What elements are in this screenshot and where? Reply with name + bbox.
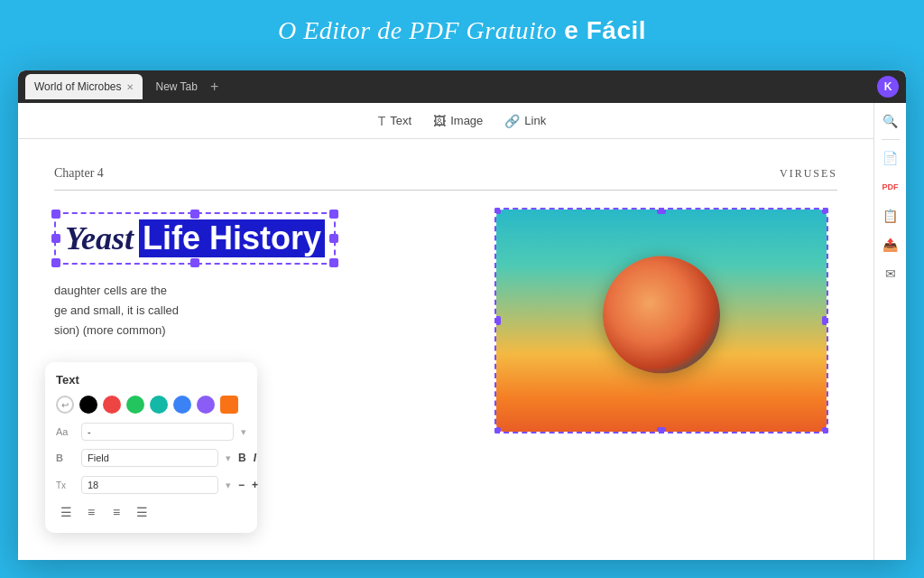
image-container[interactable]: [494, 208, 828, 434]
chapter-header: Chapter 4 VIRUSES: [54, 166, 837, 191]
document-icon-1[interactable]: 📄: [878, 145, 903, 171]
tab-bar: World of Microbes ✕ New Tab + K: [18, 70, 906, 103]
text-icon: T: [378, 114, 386, 128]
align-left-button[interactable]: ☰: [56, 502, 76, 522]
title-container[interactable]: Yeast Life History: [54, 212, 336, 265]
selection-box: Yeast Life History: [54, 212, 336, 265]
panel-title: Text: [56, 373, 246, 387]
link-icon: 🔗: [504, 114, 520, 128]
color-teal[interactable]: [150, 396, 168, 414]
color-link-icon[interactable]: ↩: [56, 396, 74, 414]
color-blue[interactable]: [173, 396, 191, 414]
tab-world-of-microbes[interactable]: World of Microbes ✕: [25, 74, 143, 99]
handle-br[interactable]: [329, 258, 338, 267]
image-icon: 🖼: [433, 114, 446, 128]
avatar-letter: K: [884, 80, 892, 93]
image-label: Image: [450, 114, 483, 127]
text-label: Text: [390, 114, 411, 127]
search-icon[interactable]: 🔍: [878, 108, 903, 134]
toolbar-link[interactable]: 🔗 Link: [504, 114, 546, 128]
text-format-panel: Text ↩ Aa ▾ B: [45, 362, 257, 533]
body-line-3: sion) (more common): [54, 321, 442, 340]
panel-divider: [882, 139, 900, 140]
body-line-2: ge and small, it is called: [54, 301, 442, 321]
color-row: ↩: [56, 396, 246, 414]
title-regular-part: e Fácil: [557, 16, 646, 44]
handle-tl[interactable]: [51, 210, 60, 219]
link-label: Link: [524, 114, 546, 127]
size-input[interactable]: [81, 476, 218, 494]
color-black[interactable]: [79, 396, 97, 414]
img-handle-tm[interactable]: [657, 208, 666, 214]
handle-mr[interactable]: [329, 234, 338, 243]
align-row: ☰ ≡ ≡ ☰: [56, 502, 246, 522]
color-orange[interactable]: [220, 396, 238, 414]
tab-label: World of Microbes: [34, 80, 121, 93]
handle-bl[interactable]: [51, 258, 60, 267]
size-decrease-button[interactable]: −: [238, 475, 245, 495]
chapter-label: Chapter 4: [54, 166, 104, 181]
img-handle-bm[interactable]: [657, 427, 666, 434]
img-handle-br[interactable]: [822, 427, 828, 434]
img-handle-bl[interactable]: [494, 427, 501, 434]
field-input[interactable]: [81, 449, 218, 467]
title-italic-part: O Editor de PDF Gratuito: [278, 16, 557, 44]
size-row: Tx ▾ − +: [56, 475, 246, 495]
title-highlight: Life History: [139, 219, 325, 257]
tab-close-icon[interactable]: ✕: [126, 82, 134, 92]
body-text: daughter cells are the ge and small, it …: [54, 281, 442, 340]
field-dropdown-icon: ▾: [226, 452, 231, 464]
toolbar-image[interactable]: 🖼 Image: [433, 114, 483, 128]
font-row: Aa ▾: [56, 423, 246, 441]
font-label: Aa: [56, 426, 74, 437]
right-panel: 🔍 📄 PDF 📋 📤 ✉: [873, 103, 906, 560]
editor-toolbar: T Text 🖼 Image 🔗 Link: [18, 103, 906, 139]
document-icon-2[interactable]: 📋: [878, 203, 903, 228]
handle-bm[interactable]: [190, 258, 199, 267]
page-title: O Editor de PDF Gratuito e Fácil: [0, 0, 924, 58]
align-justify-button[interactable]: ☰: [132, 502, 152, 522]
size-label: Tx: [56, 480, 74, 490]
content-area: Chapter 4 VIRUSES Yeast Life History: [18, 139, 873, 560]
img-handle-mr[interactable]: [822, 316, 828, 325]
share-icon[interactable]: 📤: [878, 232, 903, 257]
mail-icon[interactable]: ✉: [878, 261, 903, 286]
title-yeast: Yeast: [65, 219, 134, 257]
img-handle-tr[interactable]: [822, 208, 828, 214]
font-dropdown-icon: ▾: [241, 426, 246, 438]
color-green[interactable]: [126, 396, 144, 414]
bold-row: B ▾ B I: [56, 448, 246, 468]
color-purple[interactable]: [197, 396, 215, 414]
toolbar-text[interactable]: T Text: [378, 114, 411, 128]
body-line-1: daughter cells are the: [54, 281, 442, 301]
browser-window: World of Microbes ✕ New Tab + K T Text 🖼…: [18, 70, 906, 560]
font-input[interactable]: [81, 423, 234, 441]
bold-label: B: [56, 452, 74, 463]
color-red[interactable]: [103, 396, 121, 414]
handle-tr[interactable]: [329, 210, 338, 219]
handle-ml[interactable]: [51, 234, 60, 243]
sphere-ball: [603, 256, 720, 374]
avatar[interactable]: K: [877, 76, 899, 98]
img-handle-ml[interactable]: [494, 316, 501, 325]
new-tab-button[interactable]: +: [210, 79, 218, 95]
section-label: VIRUSES: [780, 167, 837, 181]
size-dropdown-icon: ▾: [226, 480, 231, 491]
italic-button[interactable]: I: [254, 448, 256, 468]
image-selection-box: [494, 208, 828, 434]
pdf-icon[interactable]: PDF: [878, 174, 903, 200]
size-increase-button[interactable]: +: [252, 475, 258, 495]
align-center-button[interactable]: ≡: [81, 502, 101, 522]
tab-new[interactable]: New Tab: [146, 74, 206, 99]
new-tab-label: New Tab: [155, 80, 197, 93]
bold-button[interactable]: B: [238, 448, 246, 468]
handle-tm[interactable]: [190, 210, 199, 219]
sphere-image: [496, 210, 827, 432]
img-handle-tl[interactable]: [494, 208, 501, 214]
align-right-button[interactable]: ≡: [106, 502, 126, 522]
